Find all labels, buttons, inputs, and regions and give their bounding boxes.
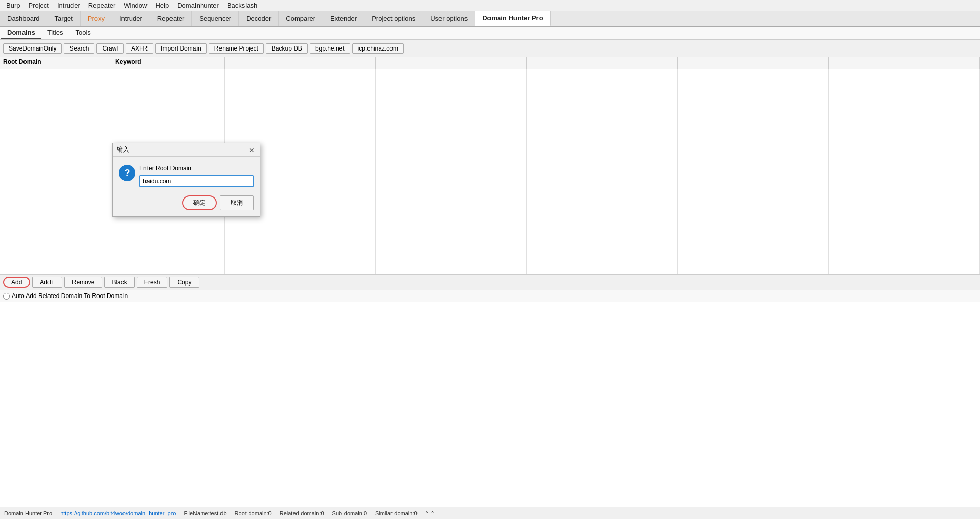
dialog-title-bar: 输入 ✕ — [113, 143, 260, 157]
dialog-label: Enter Root Domain — [139, 165, 254, 172]
dialog-content: Enter Root Domain — [139, 165, 254, 187]
dialog-root-domain-input[interactable] — [139, 175, 254, 187]
dialog-ok-button[interactable]: 确定 — [182, 195, 217, 210]
dialog-body: ? Enter Root Domain — [113, 157, 260, 191]
dialog-cancel-button[interactable]: 取消 — [220, 195, 254, 210]
dialog-buttons: 确定 取消 — [113, 191, 260, 216]
dialog-overlay: 输入 ✕ ? Enter Root Domain 确定 取消 — [0, 0, 980, 507]
dialog-title: 输入 — [117, 145, 129, 154]
input-dialog: 输入 ✕ ? Enter Root Domain 确定 取消 — [112, 143, 260, 217]
dialog-close-button[interactable]: ✕ — [248, 146, 256, 154]
dialog-question-icon: ? — [119, 165, 135, 181]
